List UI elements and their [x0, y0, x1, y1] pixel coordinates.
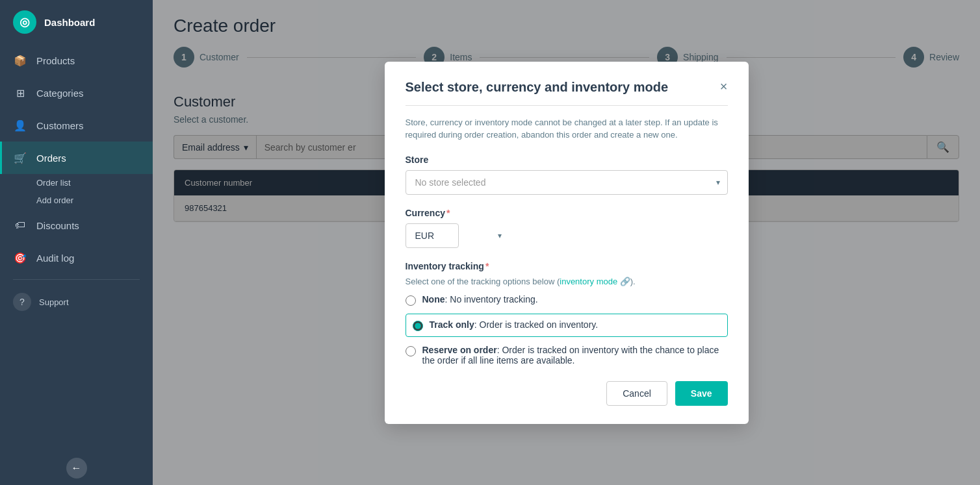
store-field: Store No store selected ▾: [406, 155, 728, 195]
radio-option-none: None: No inventory tracking.: [406, 294, 728, 306]
sidebar-item-audit-log[interactable]: 🎯 Audit log: [0, 242, 153, 274]
modal-header: Select store, currency and inventory mod…: [406, 80, 728, 95]
sidebar-item-discounts-label: Discounts: [36, 220, 79, 231]
radio-reserve[interactable]: [406, 346, 416, 356]
modal-footer: Cancel Save: [406, 381, 728, 406]
radio-option-track-only: Track only: Order is tracked on inventor…: [406, 314, 728, 337]
cancel-button[interactable]: Cancel: [606, 381, 667, 406]
radio-none-label[interactable]: None: No inventory tracking.: [422, 294, 538, 305]
sidebar-item-support[interactable]: ? Support: [0, 285, 153, 319]
radio-option-reserve: Reserve on order: Order is tracked on in…: [406, 345, 728, 366]
categories-icon: ⊞: [13, 86, 27, 100]
inventory-tracking-section: Inventory tracking* Select one of the tr…: [406, 261, 728, 366]
currency-label: Currency*: [406, 208, 728, 218]
sidebar-divider: [13, 279, 140, 280]
radio-track-only[interactable]: [413, 321, 423, 331]
audit-log-icon: 🎯: [13, 251, 27, 265]
sidebar-item-products-label: Products: [36, 55, 75, 66]
modal-overlay: Select store, currency and inventory mod…: [153, 0, 980, 485]
save-button[interactable]: Save: [675, 381, 728, 406]
inventory-label: Inventory tracking*: [406, 261, 728, 271]
sidebar-subitem-add-order[interactable]: Add order: [36, 192, 153, 209]
currency-select-wrapper: EUR USD GBP ▾: [406, 223, 509, 248]
products-icon: 📦: [13, 53, 27, 68]
inventory-description: Select one of the tracking options below…: [406, 277, 728, 286]
currency-select-arrow: ▾: [498, 231, 502, 240]
sidebar-nav: 📦 Products ⊞ Categories 👤 Customers 🛒 Or…: [0, 44, 153, 451]
store-label: Store: [406, 155, 728, 165]
sidebar: ◎ Dashboard 📦 Products ⊞ Categories 👤 Cu…: [0, 0, 153, 485]
inventory-required-marker: *: [485, 261, 489, 271]
sidebar-item-products[interactable]: 📦 Products: [0, 44, 153, 77]
modal-close-button[interactable]: ×: [720, 80, 728, 93]
radio-track-only-label[interactable]: Track only: Order is tracked on inventor…: [430, 319, 599, 330]
orders-icon: 🛒: [13, 151, 27, 165]
modal-dialog: Select store, currency and inventory mod…: [385, 62, 749, 424]
store-select[interactable]: No store selected: [406, 170, 728, 195]
sidebar-item-orders[interactable]: 🛒 Orders: [0, 142, 153, 174]
currency-required-marker: *: [446, 208, 450, 218]
sidebar-logo[interactable]: ◎ Dashboard: [0, 0, 153, 44]
main-content: Create order 1 Customer 2 Items 3 Shippi…: [153, 0, 980, 485]
sidebar-collapse-button[interactable]: ←: [66, 458, 87, 479]
sidebar-subitem-order-list[interactable]: Order list: [36, 174, 153, 192]
customers-icon: 👤: [13, 118, 27, 132]
sidebar-item-categories[interactable]: ⊞ Categories: [0, 77, 153, 109]
support-icon: ?: [13, 293, 31, 311]
sidebar-logo-text: Dashboard: [44, 17, 95, 28]
app-logo-icon: ◎: [13, 10, 36, 34]
radio-reserve-label[interactable]: Reserve on order: Order is tracked on in…: [422, 345, 728, 366]
radio-none[interactable]: [406, 295, 416, 306]
currency-select[interactable]: EUR USD GBP: [406, 223, 459, 248]
sidebar-orders-submenu: Order list Add order: [0, 174, 153, 209]
inventory-mode-link[interactable]: inventory mode: [560, 277, 617, 286]
sidebar-item-discounts[interactable]: 🏷 Discounts: [0, 209, 153, 242]
modal-divider: [406, 105, 728, 106]
sidebar-item-customers[interactable]: 👤 Customers: [0, 109, 153, 142]
sidebar-item-audit-log-label: Audit log: [36, 253, 74, 264]
sidebar-item-orders-label: Orders: [36, 153, 66, 164]
store-select-wrapper: No store selected ▾: [406, 170, 728, 195]
sidebar-item-categories-label: Categories: [36, 88, 84, 99]
discounts-icon: 🏷: [13, 218, 27, 232]
modal-description: Store, currency or inventory mode cannot…: [406, 116, 728, 142]
sidebar-support-label: Support: [39, 297, 69, 307]
sidebar-item-customers-label: Customers: [36, 120, 84, 131]
currency-field: Currency* EUR USD GBP ▾: [406, 208, 728, 261]
modal-title: Select store, currency and inventory mod…: [406, 80, 669, 95]
